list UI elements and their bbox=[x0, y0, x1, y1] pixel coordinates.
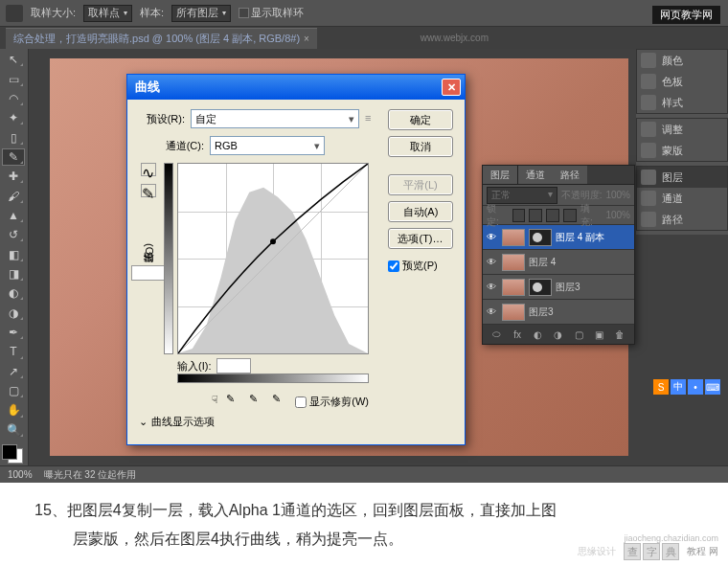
show-clip-checkbox[interactable]: 显示修剪(W) bbox=[295, 395, 369, 409]
preview-checkbox[interactable]: 预览(P) bbox=[388, 259, 453, 273]
layer-thumbnail[interactable] bbox=[502, 229, 525, 246]
opacity-value[interactable]: 100% bbox=[605, 190, 630, 200]
zoom-tool[interactable]: 🔍 bbox=[2, 421, 25, 439]
curve-mode-icon[interactable]: ∿ bbox=[141, 163, 156, 176]
lock-transparency-icon[interactable] bbox=[512, 209, 526, 222]
preset-dropdown[interactable]: 自定 bbox=[191, 109, 359, 128]
lock-all-icon[interactable] bbox=[563, 209, 577, 222]
badge-char: 查 bbox=[624, 543, 641, 560]
path-tool[interactable]: ↗ bbox=[2, 363, 25, 380]
panel-row-adjustments[interactable]: 调整 bbox=[637, 119, 727, 140]
visibility-icon[interactable]: 👁 bbox=[485, 281, 498, 294]
history-brush-tool[interactable]: ↺ bbox=[2, 226, 25, 243]
crop-tool[interactable]: ▯ bbox=[2, 128, 25, 146]
curves-graph[interactable] bbox=[177, 163, 369, 354]
tb-icon[interactable]: S bbox=[653, 379, 669, 395]
dodge-tool[interactable]: ◑ bbox=[2, 304, 25, 321]
curve-display-options[interactable]: ⌄ 曲线显示选项 bbox=[139, 409, 378, 435]
input-gradient bbox=[177, 374, 369, 383]
delete-layer-icon[interactable]: 🗑 bbox=[613, 328, 626, 341]
tab-layers[interactable]: 图层 bbox=[483, 166, 518, 184]
channel-dropdown[interactable]: RGB bbox=[210, 136, 325, 155]
mask-icon[interactable]: ◐ bbox=[532, 328, 545, 341]
link-icon[interactable]: ⬭ bbox=[490, 328, 504, 341]
fg-color[interactable] bbox=[2, 444, 17, 460]
output-input[interactable] bbox=[131, 265, 166, 281]
auto-button[interactable]: 自动(A) bbox=[388, 201, 453, 222]
panel-row-swatches[interactable]: 色板 bbox=[637, 71, 727, 92]
panel-row-styles[interactable]: 样式 bbox=[637, 92, 727, 113]
watermark-top: 网页教学网 bbox=[652, 6, 720, 24]
input-input[interactable] bbox=[216, 358, 251, 374]
options-button[interactable]: 选项(T)… bbox=[388, 228, 453, 249]
white-point-eyedropper[interactable]: ✎ bbox=[272, 393, 287, 408]
preset-menu-icon[interactable]: ≡ bbox=[365, 112, 378, 125]
tb-icon[interactable]: ⌨ bbox=[705, 379, 720, 395]
eyedropper-icon[interactable] bbox=[6, 5, 23, 22]
fill-value[interactable]: 100% bbox=[605, 210, 630, 220]
zoom-level[interactable]: 100% bbox=[8, 469, 33, 480]
marquee-tool[interactable]: ▭ bbox=[2, 70, 25, 87]
layer-thumbnail[interactable] bbox=[502, 254, 525, 271]
gray-point-eyedropper[interactable]: ✎ bbox=[249, 393, 264, 408]
heal-tool[interactable]: ✚ bbox=[2, 168, 25, 185]
brush-tool[interactable]: 🖌 bbox=[2, 187, 25, 204]
hand-tool[interactable]: ✋ bbox=[2, 401, 25, 419]
color-swatch[interactable] bbox=[2, 444, 23, 464]
eyedropper-tool[interactable]: ✎ bbox=[2, 148, 25, 166]
move-tool[interactable]: ↖ bbox=[2, 51, 25, 68]
layer-row[interactable]: 👁 图层3 bbox=[483, 300, 634, 325]
lasso-tool[interactable]: ◠ bbox=[2, 90, 25, 107]
show-ring-checkbox[interactable]: 显示取样环 bbox=[239, 6, 304, 20]
close-tab-icon[interactable]: × bbox=[304, 34, 309, 44]
lock-position-icon[interactable] bbox=[546, 209, 559, 222]
tab-channels[interactable]: 通道 bbox=[518, 166, 553, 184]
close-button[interactable]: ✕ bbox=[442, 79, 461, 96]
tb-icon[interactable]: • bbox=[688, 379, 703, 395]
gradient-tool[interactable]: ◨ bbox=[2, 265, 25, 283]
hand-icon[interactable]: ☟ bbox=[212, 394, 218, 406]
cancel-button[interactable]: 取消 bbox=[388, 136, 453, 157]
layer-row[interactable]: 👁 图层3 bbox=[483, 275, 634, 300]
type-tool[interactable]: T bbox=[2, 343, 25, 360]
blur-tool[interactable]: ◐ bbox=[2, 284, 25, 302]
document-tab[interactable]: 综合处理，打造明亮眼睛.psd @ 100% (图层 4 副本, RGB/8#)… bbox=[6, 28, 317, 49]
badge-char: 字 bbox=[643, 543, 660, 560]
sample-size-dropdown[interactable]: 取样点 bbox=[83, 5, 132, 22]
shape-tool[interactable]: ▢ bbox=[2, 382, 25, 399]
mask-thumbnail[interactable] bbox=[529, 279, 552, 296]
ok-button[interactable]: 确定 bbox=[388, 109, 453, 130]
layer-thumbnail[interactable] bbox=[502, 279, 525, 296]
panel-row-color[interactable]: 颜色 bbox=[637, 50, 727, 71]
panel-row-masks[interactable]: 蒙版 bbox=[637, 140, 727, 161]
layer-thumbnail[interactable] bbox=[502, 304, 525, 321]
layer-row[interactable]: 👁 图层 4 副本 bbox=[483, 225, 634, 250]
wand-tool[interactable]: ✦ bbox=[2, 109, 25, 126]
panel-row-layers[interactable]: 图层 bbox=[637, 167, 727, 188]
channel-label: 通道(C): bbox=[158, 139, 204, 153]
new-layer-icon[interactable]: ▣ bbox=[593, 328, 606, 341]
svg-line-1 bbox=[178, 164, 368, 353]
panel-row-channels[interactable]: 通道 bbox=[637, 188, 727, 209]
visibility-icon[interactable]: 👁 bbox=[485, 256, 498, 269]
panel-row-paths[interactable]: 路径 bbox=[637, 209, 727, 230]
sample-layers-dropdown[interactable]: 所有图层 bbox=[171, 5, 231, 22]
tab-paths[interactable]: 路径 bbox=[553, 166, 587, 184]
fx-icon[interactable]: fx bbox=[511, 328, 524, 341]
adjustment-layer-icon[interactable]: ◑ bbox=[552, 328, 565, 341]
pen-tool[interactable]: ✒ bbox=[2, 324, 25, 341]
tb-icon[interactable]: 中 bbox=[671, 379, 686, 395]
black-point-eyedropper[interactable]: ✎ bbox=[226, 393, 241, 408]
styles-icon bbox=[641, 95, 656, 110]
smooth-button[interactable]: 平滑(L) bbox=[388, 174, 453, 195]
lock-pixels-icon[interactable] bbox=[529, 209, 542, 222]
visibility-icon[interactable]: 👁 bbox=[485, 231, 498, 244]
stamp-tool[interactable]: ▲ bbox=[2, 207, 25, 224]
mask-thumbnail[interactable] bbox=[529, 229, 552, 246]
eraser-tool[interactable]: ◧ bbox=[2, 245, 25, 262]
dialog-title-bar[interactable]: 曲线 ✕ bbox=[127, 75, 465, 100]
visibility-icon[interactable]: 👁 bbox=[485, 306, 498, 319]
group-icon[interactable]: ▢ bbox=[572, 328, 585, 341]
layer-row[interactable]: 👁 图层 4 bbox=[483, 250, 634, 275]
pencil-mode-icon[interactable]: ✎ bbox=[141, 184, 156, 197]
